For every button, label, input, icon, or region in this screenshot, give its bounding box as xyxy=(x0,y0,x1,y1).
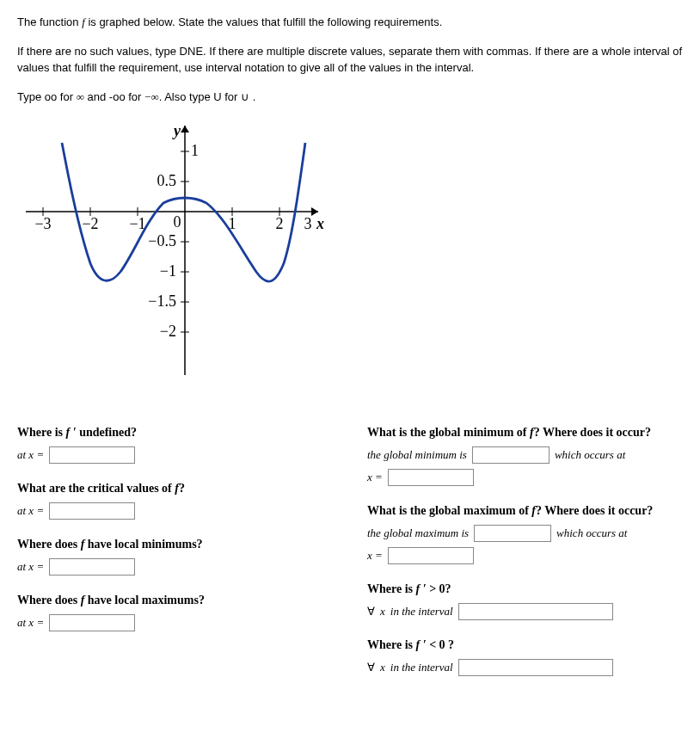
fprime-undefined-input[interactable] xyxy=(49,446,135,464)
local-min-input[interactable] xyxy=(49,558,135,576)
right-column: What is the global minimum of f? Where d… xyxy=(367,423,683,692)
q-local-min: Where does f have local minimums? at x = xyxy=(17,535,333,576)
y-tick-label: −0.5 xyxy=(148,232,176,249)
intro-line-2: If there are no such values, type DNE. I… xyxy=(17,43,683,77)
x-tick-label: −2 xyxy=(82,215,98,232)
global-min-is-label: the global minimum is xyxy=(367,446,467,464)
fprime-gt-zero-input[interactable] xyxy=(458,603,613,620)
q-fprime-undefined: Where is f ′ undefined? at x = xyxy=(17,423,333,464)
x-tick-label: 3 xyxy=(304,215,312,232)
critical-values-input[interactable] xyxy=(49,502,135,520)
x-tick-label: 2 xyxy=(276,215,284,232)
at-x-label: at x = xyxy=(17,614,44,631)
in-interval-label: in the interval xyxy=(390,659,453,676)
at-x-label: at x = xyxy=(17,446,44,464)
intro-line-3: Type oo for ∞ and -oo for −∞. Also type … xyxy=(17,89,683,106)
q-fprime-gt-zero: Where is f ′ > 0? ∀x in the interval xyxy=(367,580,683,620)
intro-line-1: The function f is graphed below. State t… xyxy=(17,15,442,28)
x-tick-label: 0 xyxy=(174,213,181,231)
function-graph-svg: −3 −2 −1 0 1 2 3 x y 0.5 1 xyxy=(17,117,327,392)
x-equals-label: x = xyxy=(367,469,383,486)
forall-symbol: ∀ xyxy=(367,659,375,676)
global-max-x-input[interactable] xyxy=(388,547,474,564)
intro-text: The function f is graphed below. State t… xyxy=(17,14,683,105)
in-interval-label: in the interval xyxy=(390,603,453,620)
forall-symbol: ∀ xyxy=(367,603,375,620)
global-min-value-input[interactable] xyxy=(472,446,550,464)
global-min-x-input[interactable] xyxy=(388,469,474,486)
x-axis-label: x xyxy=(316,215,324,232)
y-ticks: 0.5 1 −0.5 −1 −1.5 −2 xyxy=(148,142,199,340)
local-max-input[interactable] xyxy=(49,614,135,631)
y-axis-arrow-icon xyxy=(181,126,189,132)
global-max-is-label: the global maximum is xyxy=(367,525,469,542)
q-critical-values: What are the critical values of f? at x … xyxy=(17,479,333,520)
y-tick-label: −1.5 xyxy=(148,292,176,310)
y-tick-label: 1 xyxy=(191,142,199,159)
global-max-value-input[interactable] xyxy=(474,525,551,542)
y-tick-label: 0.5 xyxy=(157,172,177,189)
at-x-label: at x = xyxy=(17,558,44,576)
x-tick-label: −3 xyxy=(34,215,51,232)
q-global-max: What is the global maximum of f? Where d… xyxy=(367,502,683,564)
y-tick-label: −1 xyxy=(160,262,176,280)
x-equals-label: x = xyxy=(367,547,383,564)
q-global-min: What is the global minimum of f? Where d… xyxy=(367,423,683,486)
at-x-label: at x = xyxy=(17,502,44,520)
fprime-lt-zero-input[interactable] xyxy=(458,659,613,676)
which-occurs-label: which occurs at xyxy=(556,525,627,542)
y-tick-label: −2 xyxy=(160,323,176,340)
y-axis-label: y xyxy=(172,122,181,139)
left-column: Where is f ′ undefined? at x = What are … xyxy=(17,423,333,647)
q-local-max: Where does f have local maximums? at x = xyxy=(17,591,333,631)
which-occurs-label: which occurs at xyxy=(555,446,625,464)
graph: −3 −2 −1 0 1 2 3 x y 0.5 1 xyxy=(17,117,683,397)
q-fprime-lt-zero: Where is f ′ < 0 ? ∀x in the interval xyxy=(367,636,683,676)
